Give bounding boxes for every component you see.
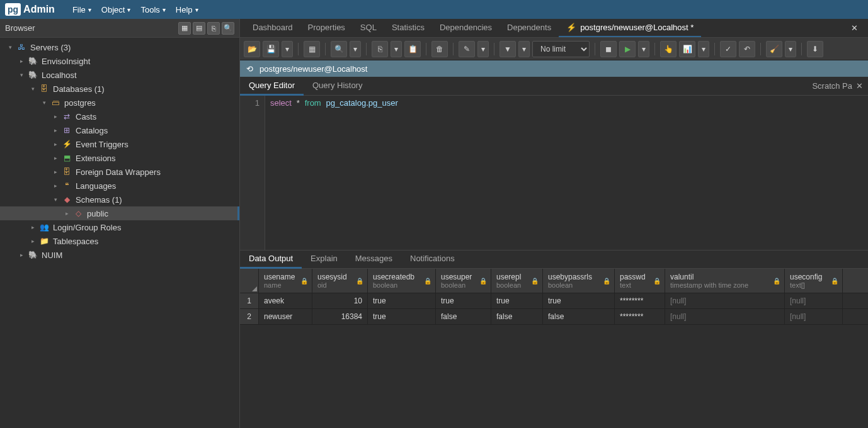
find-dropdown-icon[interactable]: ▾ <box>350 41 361 57</box>
clear-icon[interactable]: 🧹 <box>766 41 782 57</box>
save-dropdown-icon[interactable]: ▾ <box>282 41 293 57</box>
column-header-useconfig[interactable]: useconfigtext[]🔒 <box>785 269 843 293</box>
table-row[interactable]: 2newuser16384truefalsefalsefalse********… <box>240 309 868 325</box>
cell[interactable]: [null] <box>785 293 843 308</box>
find-icon[interactable]: 🔍 <box>331 41 347 57</box>
scratch-close-icon[interactable]: ✕ <box>856 81 863 91</box>
browser-icon-1[interactable]: ▦ <box>178 22 191 35</box>
limit-select[interactable]: No limit <box>532 41 590 57</box>
column-header-valuntil[interactable]: valuntiltimestamp with time zone🔒 <box>665 269 785 293</box>
tree-event-triggers[interactable]: ▸⚡Event Triggers <box>0 137 239 151</box>
tree-login-roles[interactable]: ▸👥Login/Group Roles <box>0 220 239 234</box>
cell[interactable]: ******** <box>615 309 665 324</box>
tree-envisoinsight[interactable]: ▸🐘EnvisoInsight <box>0 54 239 68</box>
tab-dependents[interactable]: Dependents <box>500 19 559 37</box>
filter-dropdown-icon[interactable]: ▾ <box>518 41 530 57</box>
tab-dependencies[interactable]: Dependencies <box>432 19 500 37</box>
tree-fdw[interactable]: ▸🗄Foreign Data Wrappers <box>0 165 239 179</box>
rollback-icon[interactable]: ↶ <box>739 41 755 57</box>
copy-icon[interactable]: ⎘ <box>372 41 388 57</box>
tree-nuim[interactable]: ▸🐘NUIM <box>0 248 239 262</box>
sql-editor[interactable]: 1 select * from pg_catalog.pg_user <box>240 96 868 250</box>
tree-casts[interactable]: ▸⇄Casts <box>0 110 239 123</box>
tree-localhost[interactable]: ▾🐘Localhost <box>0 68 239 82</box>
cell[interactable]: true <box>436 293 491 308</box>
cell[interactable]: true <box>491 293 543 308</box>
cell[interactable]: aveek <box>259 293 312 308</box>
menu-help[interactable]: Help <box>171 3 203 17</box>
clear-dropdown-icon[interactable]: ▾ <box>785 41 796 57</box>
browser-search-icon[interactable]: 🔍 <box>222 22 234 35</box>
object-tree[interactable]: ▾🖧Servers (3) ▸🐘EnvisoInsight ▾🐘Localhos… <box>0 38 239 428</box>
tree-languages[interactable]: ▸❝Languages <box>0 179 239 193</box>
explain-analyze-icon[interactable]: 📊 <box>679 41 695 57</box>
browser-icon-2[interactable]: ▤ <box>193 22 205 35</box>
cell[interactable]: false <box>543 309 615 324</box>
tree-schemas[interactable]: ▾◆Schemas (1) <box>0 193 239 206</box>
cell[interactable]: [null] <box>665 293 785 308</box>
explain-dropdown-icon[interactable]: ▾ <box>698 41 709 57</box>
cell[interactable]: true <box>368 293 436 308</box>
column-header-usename[interactable]: usenamename🔒 <box>259 269 312 293</box>
filter-icon[interactable]: ▼ <box>500 41 516 57</box>
cell[interactable]: true <box>543 293 615 308</box>
tree-public[interactable]: ▸◇public <box>0 206 239 220</box>
tab-properties[interactable]: Properties <box>300 19 353 37</box>
tree-catalogs[interactable]: ▸⊞Catalogs <box>0 123 239 137</box>
tree-servers[interactable]: ▾🖧Servers (3) <box>0 40 239 54</box>
execute-icon[interactable]: ▶ <box>619 41 636 57</box>
tab-statistics[interactable]: Statistics <box>384 19 432 37</box>
column-header-usebypassrls[interactable]: usebypassrlsboolean🔒 <box>543 269 615 293</box>
subtab-query-editor[interactable]: Query Editor <box>240 77 304 96</box>
tab-close-icon[interactable]: ✕ <box>846 21 863 35</box>
menu-tools[interactable]: Tools <box>135 3 170 17</box>
paste-icon[interactable]: 📋 <box>404 41 421 57</box>
table-row[interactable]: 1aveek10truetruetruetrue********[null][n… <box>240 293 868 309</box>
save-icon[interactable]: 💾 <box>263 41 279 57</box>
cell[interactable]: newuser <box>259 309 312 324</box>
menu-object[interactable]: Object <box>96 3 136 17</box>
tab-sql[interactable]: SQL <box>353 19 384 37</box>
cell[interactable]: 10 <box>312 293 368 308</box>
cell[interactable]: ******** <box>615 293 665 308</box>
commit-icon[interactable]: ✓ <box>720 41 736 57</box>
subtab-explain[interactable]: Explain <box>302 250 346 269</box>
column-header-usesuper[interactable]: usesuperboolean🔒 <box>436 269 491 293</box>
cell[interactable]: 16384 <box>312 309 368 324</box>
menu-file[interactable]: File <box>67 3 96 17</box>
execute-dropdown-icon[interactable]: ▾ <box>638 41 649 57</box>
scratch-pad[interactable]: Scratch Pa✕ <box>807 77 868 94</box>
subtab-query-history[interactable]: Query History <box>304 77 371 96</box>
copy-dropdown-icon[interactable]: ▾ <box>391 41 402 57</box>
cell[interactable]: false <box>491 309 543 324</box>
row-number[interactable]: 2 <box>240 309 259 324</box>
tab-dashboard[interactable]: Dashboard <box>245 19 300 37</box>
tree-extensions[interactable]: ▸⬒Extensions <box>0 151 239 165</box>
edit-dropdown-icon[interactable]: ▾ <box>477 41 489 57</box>
subtab-notifications[interactable]: Notifications <box>401 250 464 269</box>
explain-icon[interactable]: 👆 <box>660 41 677 57</box>
subtab-data-output[interactable]: Data Output <box>240 250 302 269</box>
subtab-messages[interactable]: Messages <box>346 250 401 269</box>
column-header-userepl[interactable]: usereplboolean🔒 <box>491 269 543 293</box>
row-number[interactable]: 1 <box>240 293 259 308</box>
editor-code[interactable]: select * from pg_catalog.pg_user <box>265 96 868 250</box>
download-icon[interactable]: ⬇ <box>807 41 823 57</box>
open-file-icon[interactable]: 📂 <box>244 41 260 57</box>
data-output-grid[interactable]: usenamename🔒usesysidoid🔒usecreatedbboole… <box>240 269 868 428</box>
delete-icon[interactable]: 🗑 <box>431 41 448 57</box>
column-header-usesysid[interactable]: usesysidoid🔒 <box>312 269 368 293</box>
tree-databases[interactable]: ▾🗄Databases (1) <box>0 82 239 96</box>
cell[interactable]: false <box>436 309 491 324</box>
tab-query-tool[interactable]: ⚡postgres/newuser@Localhost * <box>559 19 701 37</box>
column-header-usecreatedb[interactable]: usecreatedbboolean🔒 <box>368 269 436 293</box>
cell[interactable]: true <box>368 309 436 324</box>
cell[interactable]: [null] <box>665 309 785 324</box>
column-header-passwd[interactable]: passwdtext🔒 <box>615 269 665 293</box>
tree-tablespaces[interactable]: ▸📁Tablespaces <box>0 234 239 248</box>
browser-icon-3[interactable]: ⎘ <box>207 22 220 35</box>
cell[interactable]: [null] <box>785 309 843 324</box>
grid-icon[interactable]: ▦ <box>304 41 320 57</box>
tree-postgres[interactable]: ▾🗃postgres <box>0 96 239 110</box>
grid-corner[interactable] <box>240 269 259 293</box>
